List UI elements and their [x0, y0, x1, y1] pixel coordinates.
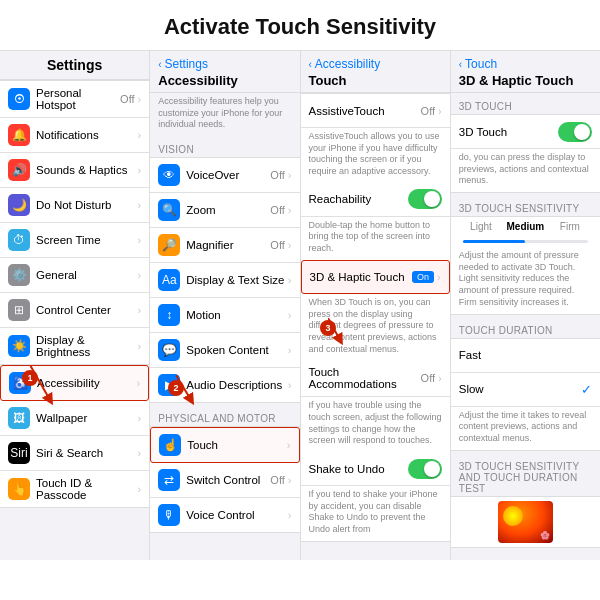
- 3dhaptic-title: 3D & Haptic Touch: [459, 73, 592, 88]
- slow-label: Slow: [459, 383, 577, 395]
- wallpaper-icon: 🖼: [8, 407, 30, 429]
- panel-touch: ‹ Accessibility Touch AssistiveTouch Off…: [301, 51, 451, 560]
- row-3d-haptic[interactable]: 3D & Haptic Touch On ›: [301, 260, 450, 294]
- row-motion[interactable]: ↕ Motion ›: [150, 298, 299, 333]
- row-display[interactable]: ☀️ Display & Brightness ›: [0, 328, 149, 365]
- sensitivity-firm[interactable]: Firm: [548, 221, 592, 232]
- switchcontrol-icon: ⇄: [158, 469, 180, 491]
- row-siri[interactable]: Siri Siri & Search ›: [0, 436, 149, 471]
- row-reachability[interactable]: Reachability: [301, 183, 450, 217]
- zoom-icon: 🔍: [158, 199, 180, 221]
- touchid-chevron: ›: [138, 483, 142, 495]
- reachability-toggle[interactable]: [408, 189, 442, 209]
- touch-back-label[interactable]: Accessibility: [315, 57, 380, 71]
- siri-icon: Siri: [8, 442, 30, 464]
- controlcenter-chevron: ›: [138, 304, 142, 316]
- 3dtouch-toggle[interactable]: [558, 122, 592, 142]
- panel-settings: Settings Personal Hotspot Off › 🔔 Notifi…: [0, 51, 150, 560]
- wallpaper-chevron: ›: [138, 412, 142, 424]
- general-chevron: ›: [138, 269, 142, 281]
- page-title: Activate Touch Sensitivity: [0, 0, 600, 50]
- displaytext-label: Display & Text Size: [186, 274, 288, 286]
- row-sounds[interactable]: 🔊 Sounds & Haptics ›: [0, 153, 149, 188]
- sensitivity-light[interactable]: Light: [459, 221, 503, 232]
- shakeundo-toggle-knob: [424, 461, 440, 477]
- notifications-icon: 🔔: [8, 124, 30, 146]
- 3dtouch-toggle-label: 3D Touch: [459, 126, 558, 138]
- row-touchid[interactable]: 👆 Touch ID & Passcode ›: [0, 471, 149, 507]
- accessibility-label: Accessibility: [37, 377, 137, 389]
- screentime-chevron: ›: [138, 234, 142, 246]
- duration-section-label: TOUCH DURATION: [451, 317, 600, 338]
- vision-section-label: VISION: [150, 136, 299, 157]
- sensitivity-slider-track[interactable]: [463, 240, 588, 243]
- row-personal-hotspot[interactable]: Personal Hotspot Off ›: [0, 81, 149, 118]
- row-3dtouch-toggle[interactable]: 3D Touch: [451, 115, 600, 149]
- sensitivity-options-row: Light Medium Firm: [451, 217, 600, 236]
- row-assistivetouch[interactable]: AssistiveTouch Off ›: [301, 94, 450, 128]
- row-wallpaper[interactable]: 🖼 Wallpaper ›: [0, 401, 149, 436]
- row-zoom[interactable]: 🔍 Zoom Off ›: [150, 193, 299, 228]
- row-controlcenter[interactable]: ⊞ Control Center ›: [0, 293, 149, 328]
- switchcontrol-label: Switch Control: [186, 474, 270, 486]
- row-slow[interactable]: Slow ✓: [451, 373, 600, 407]
- touch-title: Touch: [309, 73, 442, 88]
- test-section-label: 3D TOUCH SENSITIVITY AND TOUCH DURATION …: [451, 453, 600, 496]
- 3d-haptic-desc: When 3D Touch is on, you can press on th…: [301, 294, 450, 360]
- 3dtouch-desc: do, you can press the display to preview…: [451, 149, 600, 192]
- row-voiceover[interactable]: 👁 VoiceOver Off ›: [150, 158, 299, 193]
- row-audiodesc[interactable]: ▶ Audio Descriptions ›: [150, 368, 299, 402]
- zoom-label: Zoom: [186, 204, 270, 216]
- motor-group: ☝️ Touch › ⇄ Switch Control Off › 🎙 Voic…: [150, 426, 299, 533]
- touch-label: Touch: [187, 439, 287, 451]
- voicecontrol-label: Voice Control: [186, 509, 288, 521]
- row-notifications[interactable]: 🔔 Notifications ›: [0, 118, 149, 153]
- settings-list: Personal Hotspot Off › 🔔 Notifications ›…: [0, 80, 149, 508]
- hotspot-label: Personal Hotspot: [36, 87, 120, 111]
- row-general[interactable]: ⚙️ General ›: [0, 258, 149, 293]
- magnifier-value: Off: [270, 239, 284, 251]
- row-screentime[interactable]: ⏱ Screen Time ›: [0, 223, 149, 258]
- row-displaytext[interactable]: Aa Display & Text Size ›: [150, 263, 299, 298]
- row-magnifier[interactable]: 🔎 Magnifier Off ›: [150, 228, 299, 263]
- notifications-chevron: ›: [138, 129, 142, 141]
- row-touch[interactable]: ☝️ Touch ›: [150, 427, 299, 463]
- touchaccom-value: Off: [421, 372, 435, 384]
- back-chevron-icon: ‹: [158, 59, 161, 70]
- assistivetouch-desc: AssistiveTouch allows you to use your iP…: [301, 128, 450, 183]
- voicecontrol-icon: 🎙: [158, 504, 180, 526]
- accessibility-icon: ♿: [9, 372, 31, 394]
- row-switchcontrol[interactable]: ⇄ Switch Control Off ›: [150, 463, 299, 498]
- sensitivity-slider-fill: [463, 240, 526, 243]
- voiceover-value: Off: [270, 169, 284, 181]
- assistivetouch-value: Off: [421, 105, 435, 117]
- screentime-icon: ⏱: [8, 229, 30, 251]
- row-touchaccom[interactable]: Touch Accommodations Off ›: [301, 360, 450, 397]
- 3dhaptic-back-label[interactable]: Touch: [465, 57, 497, 71]
- row-dnd[interactable]: 🌙 Do Not Disturb ›: [0, 188, 149, 223]
- page-container: Activate Touch Sensitivity Settings Pers…: [0, 0, 600, 560]
- panels-container: Settings Personal Hotspot Off › 🔔 Notifi…: [0, 50, 600, 560]
- general-label: General: [36, 269, 138, 281]
- row-fast[interactable]: Fast: [451, 339, 600, 373]
- voiceover-icon: 👁: [158, 164, 180, 186]
- audiodesc-icon: ▶: [158, 374, 180, 396]
- row-shakeundo[interactable]: Shake to Undo: [301, 452, 450, 486]
- dnd-icon: 🌙: [8, 194, 30, 216]
- row-voicecontrol[interactable]: 🎙 Voice Control ›: [150, 498, 299, 532]
- 3d-haptic-badge: On: [412, 271, 434, 283]
- notifications-label: Notifications: [36, 129, 138, 141]
- voiceover-label: VoiceOver: [186, 169, 270, 181]
- shakeundo-toggle[interactable]: [408, 459, 442, 479]
- sensitivity-medium[interactable]: Medium: [503, 221, 547, 232]
- shakeundo-desc: If you tend to shake your iPhone by acci…: [301, 486, 450, 541]
- spokencontent-icon: 💬: [158, 339, 180, 361]
- slow-checkmark: ✓: [581, 382, 592, 397]
- touchaccom-desc: If you have trouble using the touch scre…: [301, 397, 450, 452]
- row-accessibility[interactable]: ♿ Accessibility ›: [0, 365, 149, 401]
- svg-point-0: [18, 97, 20, 99]
- row-spokencontent[interactable]: 💬 Spoken Content ›: [150, 333, 299, 368]
- hotspot-icon: [8, 88, 30, 110]
- settings-header: Settings: [0, 51, 149, 80]
- accessibility-back-label[interactable]: Settings: [165, 57, 208, 71]
